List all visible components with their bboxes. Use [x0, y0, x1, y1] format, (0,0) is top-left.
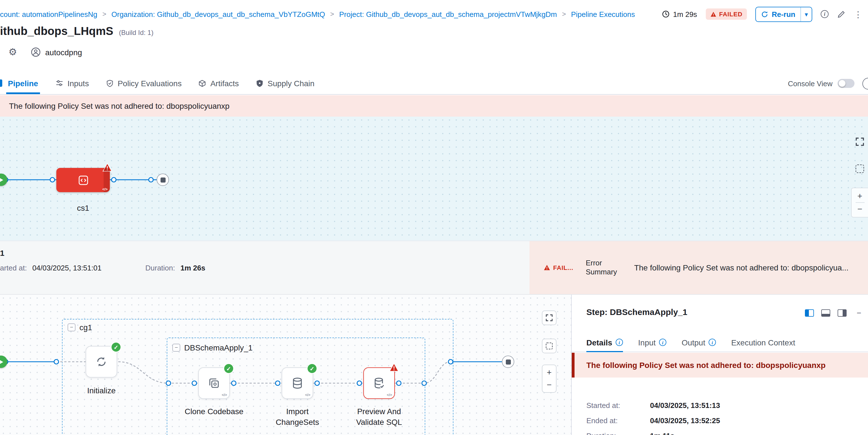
console-view-toggle[interactable]: [838, 79, 855, 88]
group-label-dbschemaapply[interactable]: − DBSchemaApply_1: [173, 343, 253, 352]
info-icon[interactable]: i: [659, 339, 666, 346]
zoom-in-button[interactable]: +: [542, 366, 556, 379]
rerun-label: Re-run: [772, 10, 795, 18]
tab-policy-evaluations-label: Policy Evaluations: [118, 79, 182, 88]
rerun-main[interactable]: Re-run: [756, 10, 800, 18]
detail-value: 04/03/2025, 13:51:13: [650, 401, 720, 410]
policy-violation-banner: The following Policy Set was not adhered…: [0, 95, 868, 117]
pipeline-end-node[interactable]: [157, 174, 169, 186]
info-icon[interactable]: i: [616, 339, 623, 346]
error-summary-strip: FAIL... Error Summary The following Poli…: [529, 241, 868, 294]
breadcrumb-project[interactable]: Project: Github_db_devops_aut_db_schema_…: [339, 10, 557, 18]
tab-artifacts[interactable]: Artifacts: [198, 72, 239, 94]
stage-graph-canvas[interactable]: </> cs1 + −: [0, 117, 868, 241]
code-mark: </>: [102, 187, 107, 191]
layout-bottom-icon[interactable]: [821, 309, 830, 316]
tab-supply-chain[interactable]: Supply Chain: [256, 72, 315, 94]
info-icon[interactable]: i: [709, 339, 716, 346]
zoom-out-button[interactable]: −: [542, 379, 556, 391]
tab-output[interactable]: Output i: [682, 333, 716, 352]
tab-details[interactable]: Details i: [586, 333, 623, 352]
execution-info-bar: 1 arted at: 04/03/2025, 13:51:01 Duratio…: [0, 241, 868, 294]
zoom-controls: + −: [542, 365, 557, 393]
minimize-panel-icon[interactable]: −: [857, 308, 861, 317]
collapse-icon[interactable]: −: [173, 344, 180, 352]
play-icon: [0, 177, 4, 182]
stage-error-icon: [102, 163, 112, 173]
step-node-preview-validate-sql[interactable]: </>: [363, 367, 395, 399]
detail-label: Started at:: [586, 401, 650, 410]
zoom-out-button[interactable]: −: [853, 203, 867, 215]
info-icon[interactable]: i: [821, 10, 829, 18]
fullscreen-button[interactable]: [542, 310, 557, 325]
tab-details-label: Details: [586, 338, 612, 347]
tab-inputs-label: Inputs: [67, 79, 89, 88]
step-node-import-changesets[interactable]: ✓ </>: [282, 367, 313, 399]
edit-pencil-icon[interactable]: [837, 10, 845, 18]
tab-artifacts-label: Artifacts: [210, 79, 239, 88]
marquee-select-icon[interactable]: [856, 164, 864, 173]
breadcrumb-pipeline-executions[interactable]: Pipeline Executions: [571, 10, 635, 18]
clipped-help-icon[interactable]: [862, 78, 868, 90]
code-mark: </>: [305, 393, 310, 397]
warning-triangle-icon: [544, 264, 550, 271]
marquee-select-button[interactable]: [542, 339, 557, 353]
tab-pipeline[interactable]: Pipeline: [8, 72, 38, 94]
duration: Duration: 1m 26s: [145, 264, 205, 272]
step-node-initialize[interactable]: ✓: [86, 346, 117, 377]
detail-row-ended-at: Ended at: 04/03/2025, 13:52:25: [586, 416, 720, 425]
layout-right-icon[interactable]: [838, 309, 846, 316]
tab-input-label: Input: [638, 338, 656, 347]
status-badge-label: FAILED: [719, 11, 742, 18]
zoom-in-button[interactable]: +: [853, 190, 867, 202]
step-graph-canvas[interactable]: − cg1 − DBSchemaApply_1 ✓ Initialize ✓ <…: [0, 295, 571, 435]
collapse-icon[interactable]: −: [68, 323, 75, 331]
detail-value: 04/03/2025, 13:52:25: [650, 416, 720, 425]
pipeline-execution-page: count: automationPipelinesNg > Organizat…: [0, 0, 868, 435]
step-details-panel: Step: DBSchemaApply_1 − Details i Input …: [571, 295, 868, 435]
tab-execution-context[interactable]: Execution Context: [731, 333, 795, 352]
console-view-control: Console View: [788, 72, 855, 95]
shield-check-icon: [106, 79, 114, 87]
rerun-button[interactable]: Re-run ▾: [755, 6, 812, 22]
breadcrumb-organization[interactable]: Organization: Github_db_devops_aut_db_sc…: [112, 10, 325, 18]
pipeline-meta: ⚙ autocdpng: [8, 47, 82, 57]
more-options-icon[interactable]: ⋮: [854, 10, 862, 18]
clock-icon: [662, 10, 670, 18]
group-label-cg1[interactable]: − cg1: [68, 323, 92, 332]
duration-value: 1m 26s: [181, 264, 205, 272]
warning-triangle-icon: [710, 11, 716, 17]
gear-icon[interactable]: ⚙: [8, 47, 17, 57]
success-badge: ✓: [224, 364, 233, 373]
marquee-select-icon: [546, 343, 553, 349]
policy-violation-text: The following Policy Set was not adhered…: [9, 101, 229, 111]
database-icon: [291, 376, 304, 390]
step-error-message: The following Policy Set was not adhered…: [572, 353, 868, 377]
tab-input[interactable]: Input i: [638, 333, 666, 352]
success-badge: ✓: [308, 364, 316, 373]
detail-value: 1m 11s: [650, 432, 675, 435]
error-summary-label: Error Summary: [586, 259, 622, 277]
pipeline-header: ithub_dbops_LHqmS (Build Id: 1): [0, 25, 154, 38]
user-name: autocdpng: [45, 48, 82, 57]
panel-layout-controls: −: [805, 308, 861, 317]
fullscreen-icon[interactable]: [855, 137, 865, 147]
elapsed-time: 1m 29s: [662, 10, 697, 18]
step-label-import-changesets: Import ChangeSets: [265, 406, 330, 428]
toggle-knob: [839, 80, 845, 87]
step-details-tabs: Details i Input i Output i Execution Con…: [572, 333, 868, 352]
stage-end-node[interactable]: [502, 355, 514, 368]
error-summary-message: The following Policy Set was not adhered…: [634, 263, 868, 272]
stage-node-cs1[interactable]: </>: [56, 168, 110, 192]
detail-row-duration: Duration: 1m 11s: [586, 432, 720, 435]
chevron-down-icon[interactable]: ▾: [801, 11, 812, 17]
database-check-icon: [372, 376, 386, 390]
step-label-initialize: Initialize: [70, 385, 133, 396]
tab-policy-evaluations[interactable]: Policy Evaluations: [106, 72, 182, 94]
step-node-clone-codebase[interactable]: ✓ </>: [198, 367, 230, 399]
zoom-controls: + −: [851, 188, 868, 218]
stop-square-icon: [505, 359, 510, 364]
breadcrumb-account[interactable]: count: automationPipelinesNg: [0, 10, 97, 18]
tab-inputs[interactable]: Inputs: [55, 72, 89, 94]
layout-split-icon[interactable]: [805, 309, 814, 316]
